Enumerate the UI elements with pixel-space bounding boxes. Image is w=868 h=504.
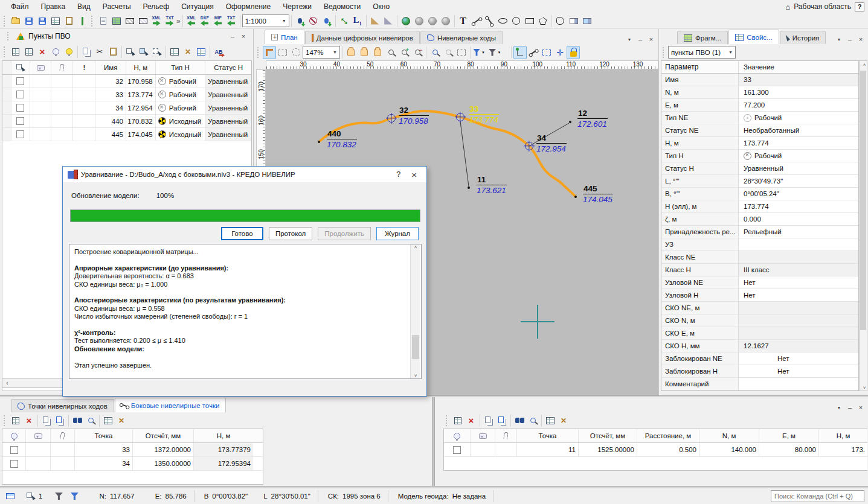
pan-button[interactable] <box>344 46 358 59</box>
no-entry-button[interactable] <box>307 14 320 28</box>
zoom-combobox[interactable]: 147%▼ <box>303 46 340 59</box>
col-h[interactable]: H, м <box>819 429 867 442</box>
survey-point-dot[interactable] <box>318 141 320 143</box>
survey-point-dot[interactable] <box>574 196 577 198</box>
dialog-button[interactable]: Протокол <box>269 227 312 240</box>
snap-node-button[interactable] <box>513 46 527 59</box>
property-row[interactable]: Узловой H Нет <box>661 289 858 302</box>
pvo-minimize-button[interactable]: – <box>228 31 237 41</box>
open-button[interactable] <box>9 14 22 28</box>
scale-combobox[interactable]: 1:1000▼ <box>242 14 289 27</box>
properties-minimize-button[interactable]: – <box>845 34 855 44</box>
globe-2-button[interactable] <box>426 14 439 28</box>
tab-digital-levels[interactable]: Данные цифровых нивелиров <box>305 31 420 44</box>
settings-table-button[interactable] <box>49 14 62 28</box>
station-marker[interactable] <box>456 113 465 121</box>
toolbar-overflow[interactable]: » <box>176 17 181 25</box>
run-point-row[interactable]: 11 1525.00000 0.500 140.000 80.000 173. <box>444 443 867 457</box>
plan-minimize-button[interactable]: – <box>635 34 645 44</box>
tree-button[interactable] <box>76 14 89 28</box>
col-name[interactable]: Имя <box>95 61 126 74</box>
property-row[interactable]: Принадлежность ре... Рельефный <box>661 226 858 238</box>
zoom-next-button[interactable] <box>442 46 455 59</box>
br-delete-button[interactable]: × <box>465 414 478 427</box>
lamp-column-icon[interactable] <box>444 429 471 442</box>
lamp-yellow-button[interactable] <box>62 45 76 59</box>
menu-item[interactable]: Правка <box>35 1 72 12</box>
move-axes-button[interactable]: ⤡ <box>338 14 351 28</box>
row-checkbox[interactable] <box>16 104 24 112</box>
text-tool-button[interactable]: T <box>457 14 470 28</box>
col-h[interactable]: H, м <box>194 429 253 442</box>
menu-item[interactable]: Чертежи <box>277 1 318 12</box>
properties-close-button[interactable]: × <box>856 34 866 44</box>
import-project-button[interactable] <box>97 14 110 28</box>
station-marker[interactable] <box>525 142 533 150</box>
export-txt-button[interactable]: TXT <box>163 14 176 28</box>
help-button[interactable]: ? <box>855 2 864 11</box>
col-n[interactable]: N, м <box>699 429 759 442</box>
log-vscrollbar[interactable]: ˄ ˅ <box>410 244 420 378</box>
side-point-row[interactable]: 33 1372.00000 173.77379 <box>2 443 263 457</box>
property-row[interactable]: СКО E, м <box>661 327 858 340</box>
bl-table-settings-button[interactable]: ✕ <box>115 414 128 427</box>
property-row[interactable]: Статус NE Необработанный <box>661 124 858 137</box>
bl-copy-button[interactable] <box>40 414 53 427</box>
menu-item[interactable]: Вид <box>71 1 97 12</box>
table-view-button[interactable] <box>168 45 181 59</box>
tab-run-points[interactable]: Точки нивелирных ходов <box>11 399 114 412</box>
table-edit-button[interactable] <box>194 45 208 59</box>
menu-item[interactable]: Оформление <box>220 1 277 12</box>
triangle-filter-button[interactable] <box>368 14 382 28</box>
br-table-settings-button[interactable]: ✕ <box>557 414 570 427</box>
property-row[interactable]: Комментарий <box>661 378 858 391</box>
col-distance[interactable]: Расстояние, м <box>637 429 699 442</box>
pvo-table-row[interactable]: 32 170.958 Рабочий Уравненный <box>2 75 251 88</box>
import-xml-button[interactable]: XML <box>185 14 198 28</box>
row-checkbox[interactable] <box>10 446 18 454</box>
zoom-extents-button[interactable] <box>384 46 397 59</box>
property-row[interactable]: Тип H Рабочий <box>661 150 858 162</box>
property-row[interactable]: Имя 33 <box>661 74 858 86</box>
menu-item[interactable]: Файл <box>5 1 35 12</box>
col-point[interactable]: Точка <box>75 429 133 442</box>
attachment-column-icon[interactable] <box>51 61 73 74</box>
property-row[interactable]: СКО NE, м <box>661 302 858 314</box>
property-row[interactable]: Заблокирован NE Нет <box>661 352 858 365</box>
archive-button[interactable] <box>62 14 76 28</box>
ellipse-tool-button[interactable] <box>497 14 510 28</box>
br-minimize-button[interactable]: – <box>845 403 855 412</box>
dialog-help-button[interactable]: ? <box>396 170 400 180</box>
pan-ne-button[interactable] <box>371 46 384 59</box>
col-reading[interactable]: Отсчёт, мм <box>579 429 637 442</box>
survey-point-dot[interactable] <box>468 187 470 189</box>
row-checkbox[interactable] <box>16 130 24 138</box>
property-row[interactable]: Тип NE Рабочий <box>661 112 858 124</box>
menu-item[interactable]: Ситуация <box>175 1 220 12</box>
property-row[interactable]: L, °'" 28°30'49.73" <box>661 175 858 188</box>
pvo-table-row[interactable]: 34 172.954 Рабочий Уравненный <box>2 101 251 115</box>
status-filter-icon[interactable] <box>52 490 65 503</box>
save-all-button[interactable] <box>36 14 49 28</box>
row-checkbox[interactable] <box>453 446 461 454</box>
property-row[interactable]: N, м 161.300 <box>661 86 858 99</box>
col-h[interactable]: H, м <box>126 61 156 74</box>
col-status[interactable]: Статус H <box>205 61 251 74</box>
object-selector[interactable]: пункты ПВО (1)▼ <box>668 46 736 59</box>
filter-button[interactable]: ▼ <box>486 46 504 59</box>
plan-close-button[interactable]: × <box>646 34 656 44</box>
survey-point-dot[interactable] <box>569 121 571 123</box>
lamp-column-icon[interactable] <box>2 429 26 442</box>
br-copy-button[interactable] <box>482 414 495 427</box>
rectangle-tool-button[interactable] <box>523 14 536 28</box>
triangle-filter2-button[interactable] <box>382 14 395 28</box>
menu-item[interactable]: Окно <box>367 1 396 12</box>
status-filter-add-icon[interactable] <box>68 490 81 503</box>
import-dxf-button[interactable]: DXF <box>198 14 211 28</box>
properties-vscrollbar[interactable]: ˄ ˅ <box>859 60 867 391</box>
property-row[interactable]: E, м 77.200 <box>661 99 858 112</box>
add-lasso-selection-button[interactable] <box>289 46 303 59</box>
table-settings-button[interactable]: ✕ <box>181 45 194 59</box>
move-mode-button[interactable]: ✛ <box>553 46 567 59</box>
cut-button[interactable]: ✂ <box>93 45 106 59</box>
